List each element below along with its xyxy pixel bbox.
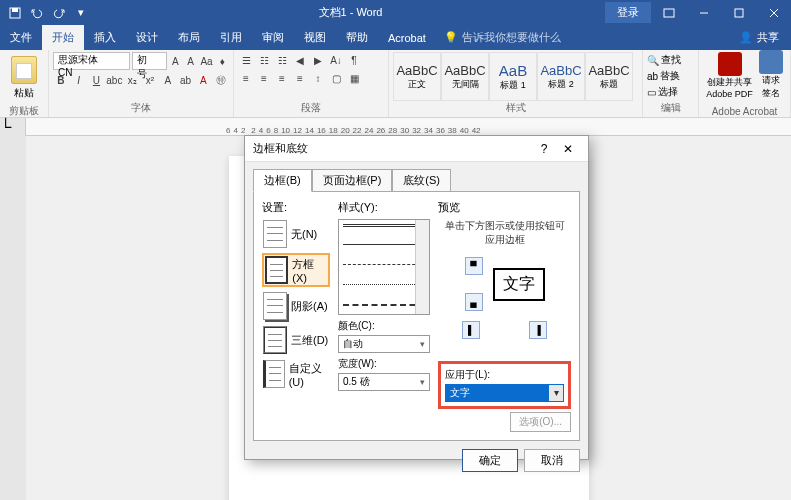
tab-shading[interactable]: 底纹(S) bbox=[392, 169, 451, 192]
setting-custom[interactable]: 自定义(U) bbox=[262, 359, 330, 389]
dialog-title: 边框和底纹 bbox=[253, 141, 532, 156]
borders-shading-dialog: 边框和底纹 ? ✕ 边框(B) 页面边框(P) 底纹(S) 设置: 无(N) 方… bbox=[244, 135, 589, 460]
style-item[interactable] bbox=[343, 284, 425, 300]
apply-label: 应用于(L): bbox=[445, 368, 564, 382]
cancel-button[interactable]: 取消 bbox=[524, 449, 580, 472]
border-bottom-toggle[interactable]: ▄ bbox=[465, 293, 483, 311]
border-left-toggle[interactable]: ▌ bbox=[462, 321, 480, 339]
border-top-toggle[interactable]: ▀ bbox=[465, 257, 483, 275]
preview-box: 单击下方图示或使用按钮可 应用边框 ▀ ▄ 文字 ▌ ▐ bbox=[438, 219, 571, 359]
dialog-overlay: 边框和底纹 ? ✕ 边框(B) 页面边框(P) 底纹(S) 设置: 无(N) 方… bbox=[0, 0, 791, 500]
dialog-help-icon[interactable]: ? bbox=[532, 139, 556, 159]
preview-label: 预览 bbox=[438, 200, 571, 215]
style-item[interactable] bbox=[343, 264, 425, 280]
color-dropdown[interactable]: 自动 bbox=[338, 335, 430, 353]
shadow-thumb bbox=[263, 292, 287, 320]
setting-3d[interactable]: 三维(D) bbox=[262, 325, 330, 355]
style-item[interactable] bbox=[343, 224, 425, 240]
setting-shadow[interactable]: 阴影(A) bbox=[262, 291, 330, 321]
threed-thumb bbox=[263, 326, 287, 354]
preview-text: 文字 bbox=[493, 268, 545, 301]
style-column: 样式(Y): 颜色(C): 自动 宽度(W): 0.5 磅 bbox=[338, 200, 430, 432]
settings-label: 设置: bbox=[262, 200, 330, 215]
dialog-close-icon[interactable]: ✕ bbox=[556, 139, 580, 159]
setting-none[interactable]: 无(N) bbox=[262, 219, 330, 249]
settings-column: 设置: 无(N) 方框(X) 阴影(A) 三维(D) bbox=[262, 200, 330, 432]
none-thumb bbox=[263, 220, 287, 248]
dialog-titlebar[interactable]: 边框和底纹 ? ✕ bbox=[245, 136, 588, 162]
box-thumb bbox=[265, 256, 288, 284]
style-listbox[interactable] bbox=[338, 219, 430, 315]
width-label: 宽度(W): bbox=[338, 357, 430, 371]
style-item[interactable] bbox=[343, 244, 425, 260]
preview-column: 预览 单击下方图示或使用按钮可 应用边框 ▀ ▄ 文字 ▌ bbox=[438, 200, 571, 432]
apply-to-section: 应用于(L): 文字 bbox=[438, 361, 571, 409]
tab-page-border[interactable]: 页面边框(P) bbox=[312, 169, 393, 192]
ok-button[interactable]: 确定 bbox=[462, 449, 518, 472]
preview-hint: 单击下方图示或使用按钮可 应用边框 bbox=[438, 219, 571, 247]
apply-to-dropdown[interactable]: 文字 bbox=[445, 384, 564, 402]
width-dropdown[interactable]: 0.5 磅 bbox=[338, 373, 430, 391]
tab-borders[interactable]: 边框(B) bbox=[253, 169, 312, 192]
custom-thumb bbox=[263, 360, 285, 388]
border-right-toggle[interactable]: ▐ bbox=[529, 321, 547, 339]
dialog-tabs: 边框(B) 页面边框(P) 底纹(S) bbox=[245, 162, 588, 191]
setting-box[interactable]: 方框(X) bbox=[262, 253, 330, 287]
style-label: 样式(Y): bbox=[338, 200, 430, 215]
dialog-footer: 确定 取消 bbox=[245, 449, 588, 480]
dialog-body: 设置: 无(N) 方框(X) 阴影(A) 三维(D) bbox=[253, 191, 580, 441]
options-button[interactable]: 选项(O)... bbox=[510, 412, 571, 432]
style-item[interactable] bbox=[343, 304, 425, 315]
color-label: 颜色(C): bbox=[338, 319, 430, 333]
scrollbar[interactable] bbox=[415, 220, 429, 314]
